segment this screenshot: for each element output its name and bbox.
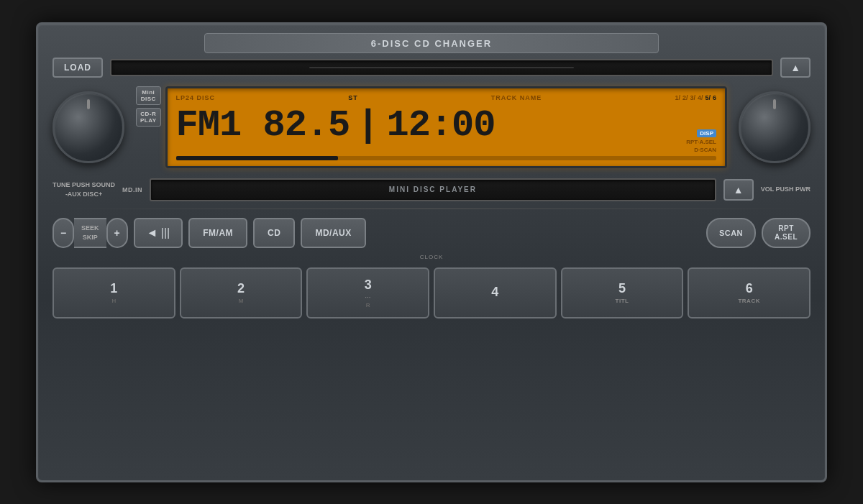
- minidisc-eject-button[interactable]: ▲: [723, 179, 754, 201]
- display-main: FM1 82.5 | 12:00 DISP RPT·A.SEL D·SCAN: [176, 104, 716, 153]
- seek-plus-button[interactable]: +: [106, 218, 128, 248]
- md-aux-button[interactable]: MD/AUX: [301, 218, 365, 248]
- preset-2-number: 2: [237, 281, 245, 296]
- preset-5-number: 5: [618, 281, 626, 296]
- preset-button-5[interactable]: 5 TITL: [561, 267, 684, 319]
- disc-6: 6: [713, 94, 716, 101]
- preset-3-sub: ···: [365, 294, 371, 301]
- mini-disc-button[interactable]: Mini DISC: [136, 86, 161, 105]
- load-button[interactable]: LOAD: [52, 58, 103, 78]
- disc-5: 5/: [705, 94, 711, 101]
- minidisc-section: TUNE PUSH SOUND -AUX DISC+ MD.IN MINI DI…: [52, 177, 811, 203]
- display-rpt: RPT·A.SEL: [686, 139, 716, 145]
- display-time: 12:00: [386, 107, 495, 145]
- preset-button-2[interactable]: 2 M: [180, 267, 303, 319]
- preset-1-number: 1: [110, 281, 117, 296]
- seek-center-label: SEEK SKIP: [74, 218, 106, 248]
- display-top-row: LP24 DISC ST TRACK NAME 1/ 2/ 3/ 4/ 5/ 6: [176, 94, 716, 101]
- display-progress: [176, 156, 716, 160]
- seek-minus-button[interactable]: −: [52, 218, 74, 248]
- volume-knob[interactable]: [739, 91, 811, 163]
- disc-4: 4/: [698, 94, 703, 101]
- disc-1: 1/: [675, 94, 680, 101]
- cd-slot: [110, 59, 773, 76]
- clock-label: CLOCK: [420, 254, 444, 260]
- vol-label: VOL PUSH PWR: [761, 185, 811, 194]
- display-disc-indicators: 1/ 2/ 3/ 4/ 5/ 6: [675, 94, 716, 101]
- display-stereo: ST: [348, 94, 358, 101]
- cdr-play-button[interactable]: CD-R PLAY: [136, 108, 161, 127]
- display-badge: DISP: [697, 129, 716, 137]
- preset-3-number: 3: [365, 278, 372, 293]
- md-in-label: MD.IN: [122, 186, 142, 193]
- display-frequency: FM1 82.5: [176, 107, 350, 145]
- clock-label-area: CLOCK: [52, 254, 811, 262]
- display-area: LP24 DISC ST TRACK NAME 1/ 2/ 3/ 4/ 5/ 6: [165, 86, 727, 168]
- tune-label: TUNE PUSH SOUND -AUX DISC+: [52, 180, 115, 198]
- sound-icon-button[interactable]: ◄ |||: [134, 218, 183, 248]
- preset-5-sub: TITL: [616, 298, 629, 304]
- stereo-unit: 6-DISC CD CHANGER LOAD ▲ Mini DISC CD: [36, 22, 827, 482]
- disc-label-bar: 6-DISC CD CHANGER: [204, 33, 659, 53]
- seek-group: − SEEK SKIP +: [52, 218, 128, 248]
- preset-3-bottom: R: [366, 302, 370, 308]
- rpt-asel-button[interactable]: RPT A.SEL: [762, 218, 811, 248]
- cd-button[interactable]: CD: [253, 218, 295, 248]
- center-panel: Mini DISC CD-R PLAY LP24 DISC ST TRACK N…: [136, 86, 727, 168]
- minidisc-slot-label: MINI DISC PLAYER: [389, 185, 477, 193]
- preset-button-4[interactable]: 4: [434, 267, 557, 319]
- preset-button-1[interactable]: 1 H: [52, 267, 175, 319]
- divider-1: [52, 209, 811, 209]
- display-right-info: DISP RPT·A.SEL D·SCAN: [686, 129, 716, 153]
- display-info-left: LP24 DISC: [176, 94, 216, 101]
- disc-label-text: 6-DISC CD CHANGER: [371, 38, 492, 49]
- cd-slot-line: [309, 67, 573, 68]
- preset-1-bottom: H: [111, 298, 116, 304]
- scan-button[interactable]: SCAN: [706, 218, 756, 248]
- preset-6-number: 6: [746, 281, 753, 296]
- top-controls-row: LOAD ▲: [52, 58, 811, 78]
- display-progress-fill: [176, 156, 338, 160]
- disc-3: 3/: [690, 94, 695, 101]
- middle-section: Mini DISC CD-R PLAY LP24 DISC ST TRACK N…: [52, 83, 811, 171]
- disc-2: 2/: [682, 94, 688, 101]
- display-track-name: TRACK NAME: [491, 94, 542, 101]
- eject-button-top[interactable]: ▲: [780, 58, 811, 78]
- preset-buttons-row: 1 H 2 M 3 ··· R 4 5 TITL 6 TRACK: [52, 267, 811, 319]
- fm-am-button[interactable]: FM/AM: [188, 218, 247, 248]
- preset-button-6[interactable]: 6 TRACK: [688, 267, 811, 319]
- display-dscan: D·SCAN: [694, 147, 716, 153]
- top-section: 6-DISC CD CHANGER LOAD ▲: [52, 33, 811, 78]
- tune-knob[interactable]: [52, 91, 124, 163]
- preset-4-number: 4: [491, 285, 498, 300]
- preset-6-sub: TRACK: [738, 298, 760, 304]
- minidisc-slot: MINI DISC PLAYER: [150, 178, 716, 201]
- preset-button-3[interactable]: 3 ··· R: [306, 267, 429, 319]
- preset-2-bottom: M: [239, 298, 244, 304]
- buttons-row: − SEEK SKIP + ◄ ||| FM/AM CD MD/AUX SCAN…: [52, 215, 811, 251]
